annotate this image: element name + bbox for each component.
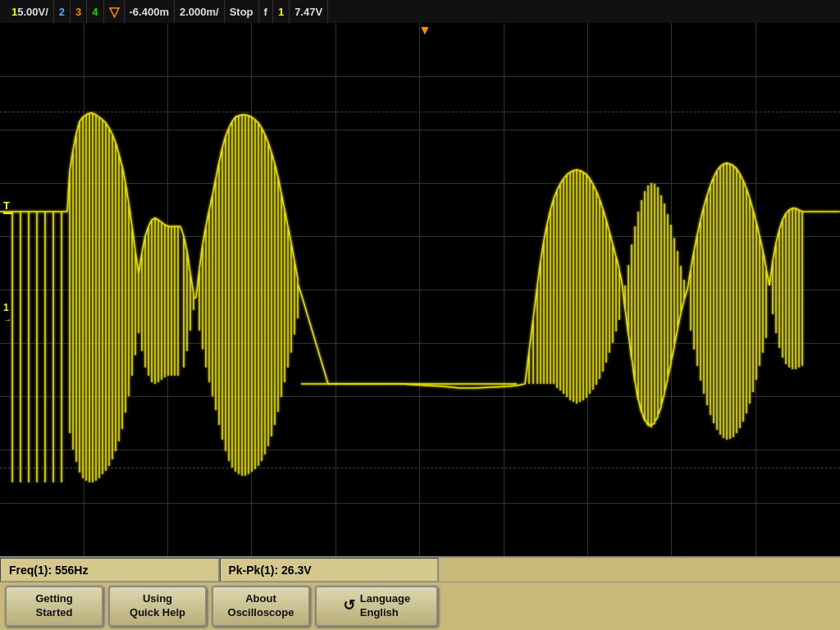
freq-value: Freq(1): 556Hz [9,564,88,577]
ch2-segment: 2 [54,0,71,23]
ch4-segment: 4 [87,0,103,23]
ch3-segment: 3 [71,0,87,23]
about-label-1: About [245,592,276,606]
ch1-ref-number: 1 [278,6,284,18]
ch1-ref-segment: 1 [273,0,290,23]
voltage-segment: 7.47V [290,0,328,23]
language-text: Language English [360,592,410,620]
trigger-pos-marker: ▼ [418,23,431,38]
about-oscilloscope-button[interactable]: About Oscilloscope [212,586,310,627]
trig-arrow-segment: ▽ [104,0,125,23]
time-div-segment: 2.000m/ [175,0,225,23]
trig-sym-segment: f [259,0,273,23]
measurement-bar: Freq(1): 556Hz Pk-Pk(1): 26.3V [0,556,840,582]
language-value: English [360,606,399,620]
trigger-sym-icon: f [264,6,267,18]
getting-started-button[interactable]: Getting Started [5,586,103,627]
ch1-scale: 5.00V/ [17,6,48,18]
ch3-number: 3 [75,6,81,18]
trigger-arrow-icon: ▽ [109,4,119,20]
status-segment: Stop [225,0,259,23]
getting-started-label-1: Getting [35,592,73,606]
ch1-segment: 1 5.00V/ [7,0,54,23]
language-label: Language [360,592,410,606]
about-label-2: Oscilloscope [228,606,294,620]
button-bar: Getting Started Using Quick Help About O… [0,582,840,630]
freq-measurement: Freq(1): 556Hz [0,558,220,582]
trigger-voltage: 7.47V [294,6,322,18]
language-icon: ↺ [343,596,355,615]
quick-help-label-2: Quick Help [130,606,185,620]
ch1-number: 1 [11,6,17,18]
run-status: Stop [230,6,253,18]
pkpk-measurement: Pk-Pk(1): 26.3V [220,558,440,582]
top-status-bar: 1 5.00V/ 2 3 4 ▽ -6.400m 2.000m/ Stop f … [0,0,840,23]
quick-help-label-1: Using [143,592,172,606]
trig-pos-segment: -6.400m [125,0,175,23]
pkpk-value: Pk-Pk(1): 26.3V [229,564,312,577]
using-quick-help-button[interactable]: Using Quick Help [108,586,207,627]
getting-started-label-2: Started [36,606,73,620]
ch2-number: 2 [59,6,65,18]
time-division: 2.000m/ [180,6,219,18]
language-button[interactable]: ↺ Language English [315,586,438,627]
oscilloscope-screen: T 1→ ▼ [0,23,840,556]
waveform-display [0,23,840,556]
ch4-number: 4 [92,6,98,18]
trigger-position: -6.400m [130,6,169,18]
